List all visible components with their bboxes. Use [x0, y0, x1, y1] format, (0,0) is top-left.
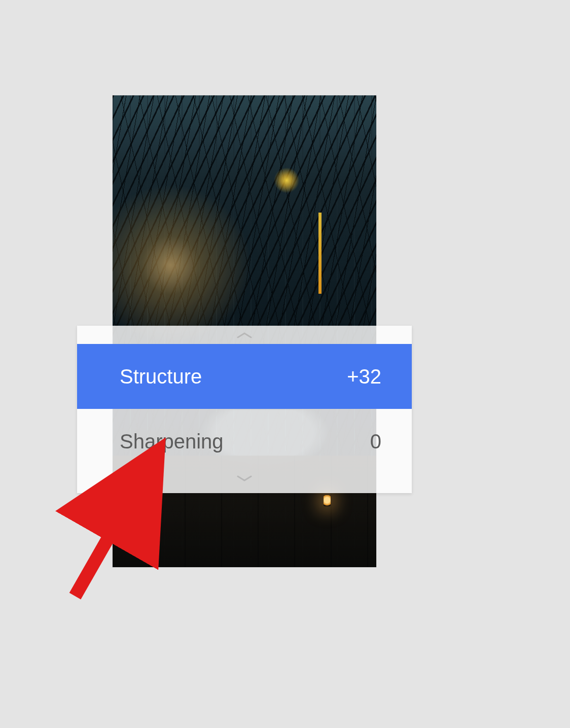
structure-row[interactable]: Structure +32: [77, 344, 412, 409]
structure-label: Structure: [120, 365, 202, 388]
adjustments-panel: Structure +32 Sharpening 0: [77, 326, 412, 493]
chevron-up-icon[interactable]: [236, 331, 253, 340]
structure-value: +32: [347, 365, 381, 388]
preview-lantern: [324, 495, 331, 506]
sharpening-label: Sharpening: [120, 430, 224, 453]
chevron-down-icon[interactable]: [236, 474, 253, 483]
sharpening-value: 0: [370, 430, 381, 453]
sharpening-row[interactable]: Sharpening 0: [77, 409, 412, 474]
